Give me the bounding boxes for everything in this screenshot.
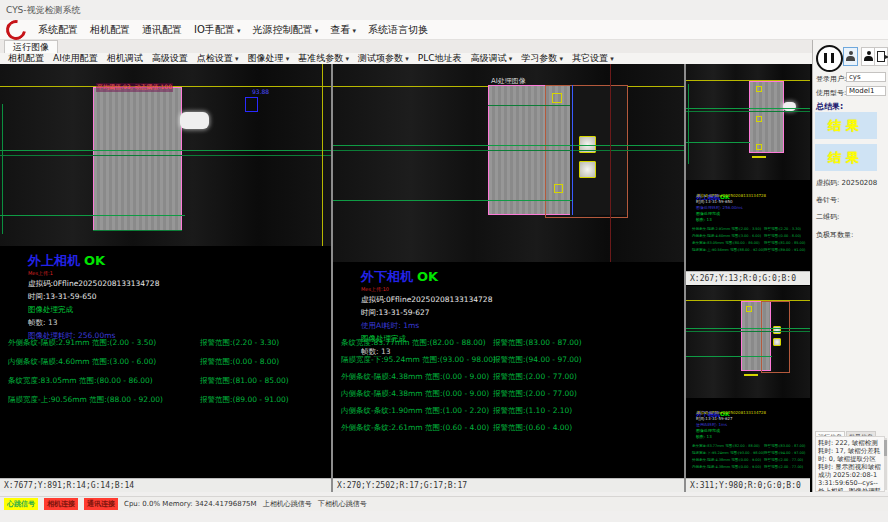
right-result-title: 外下相机OK Mes上传:10 xyxy=(361,266,438,292)
green-measure-line xyxy=(686,328,810,329)
blue-measure-value: 93.88 xyxy=(252,88,269,95)
green-measure-line xyxy=(333,150,684,151)
green-measure-line xyxy=(93,230,182,231)
green-measure-line xyxy=(686,108,810,109)
left-camera-image[interactable]: 93.88 平均阈值:93, 动态阈值:100 xyxy=(0,64,331,246)
menu-camera-config[interactable]: 相机配置 xyxy=(90,23,130,37)
menu-language-switch[interactable]: 系统语言切换 xyxy=(368,23,428,37)
log-scrollbar[interactable] xyxy=(884,438,887,490)
process-done-line: 图像处理完成 xyxy=(696,211,720,216)
measure-row-alarm: 报警范围:(0.60 - 4.00) xyxy=(493,423,572,433)
measure-row-text: 隔膜宽度-上:90.56mm 范围:(88.00 - 92.00) xyxy=(8,395,163,405)
cell-region xyxy=(749,81,784,153)
time-line: 时间:13-31-59-627 xyxy=(696,416,733,421)
run-log-text: 耗时: 222, 皱褶检测耗时: 17, 皱褶分差耗时: 0, 皱褶提取分区耗时… xyxy=(815,436,885,492)
green-guide-vline xyxy=(688,84,689,164)
measure-row-alarm: 报警范围:(2.20 - 3.30) xyxy=(764,227,801,231)
measure-row-alarm: 报警范围:(2.00 - 77.00) xyxy=(493,372,577,382)
thumb-top-image[interactable] xyxy=(686,64,810,180)
comm-connect-badge: 通讯连接 xyxy=(84,498,118,510)
yellow-marker-box xyxy=(756,144,762,150)
menu-system-config[interactable]: 系统配置 xyxy=(38,23,78,37)
thumb-bottom-coord-readout: X:311;Y:980;R:0;G:0;B:0 xyxy=(686,478,810,492)
total-result-label: 总结果: xyxy=(816,101,843,112)
maroon-guide-vline xyxy=(610,64,611,262)
main-view-area: 93.88 平均阈值:93, 动态阈值:100 外上相机OK Mes上传:1 虚… xyxy=(0,64,812,492)
yellow-marker-box xyxy=(756,116,762,122)
exit-door-icon xyxy=(877,51,885,62)
measure-row-text: 隔膜宽度-下:95.24mm 范围:(93.00 - 98.00) xyxy=(692,451,764,455)
measure-row-alarm: 报警范围:(2.00 - 77.00) xyxy=(493,389,577,399)
green-measure-line xyxy=(488,105,570,106)
upper-camera-heartbeat: 上相机心跳信号 xyxy=(263,499,312,509)
tab-connector-blob xyxy=(783,102,796,111)
login-user-field[interactable] xyxy=(846,72,886,82)
virtual-code-value: 20250208 xyxy=(842,179,878,187)
person-dark-icon xyxy=(864,51,873,61)
measure-row-text: 条纹宽度:83.77mm 范围:(82.00 - 88.00) xyxy=(341,338,486,348)
barcode-line: 虚拟码:0Ffline20250208133134728 xyxy=(361,295,492,305)
measure-row-alarm: 报警范围:(2.00 - 77.00) xyxy=(764,458,803,462)
menu-view[interactable]: 查看 xyxy=(330,23,356,37)
barcode-line: 虚拟码:0Ffline20250208133134728 xyxy=(696,410,766,415)
green-measure-line xyxy=(686,356,772,357)
camera-name: 外下相机 xyxy=(361,269,413,284)
measure-row-alarm: 报警范围:(2.20 - 3.30) xyxy=(200,338,279,348)
measure-row-text: 内侧条纹-条纹:1.90mm 范围:(1.00 - 2.20) xyxy=(341,406,489,416)
measure-row-alarm: 报警范围:(89.00 - 91.00) xyxy=(764,248,805,252)
qr-code-label: 二维码: xyxy=(816,212,839,222)
app-window: CYS-视觉检测系统 系统配置 相机配置 通讯配置 IO手配置 光源控制配置 查… xyxy=(0,0,888,522)
user-switch-button[interactable] xyxy=(843,47,858,66)
right-camera-image[interactable]: AI处理图像 xyxy=(333,64,684,262)
yellow-marker-box xyxy=(552,93,562,103)
time-line: 时间:13-31-59-650 xyxy=(696,199,733,204)
left-result-title: 外上相机OK Mes上传:1 xyxy=(28,250,105,276)
menu-light-config[interactable]: 光源控制配置 xyxy=(253,23,319,37)
thumb-bottom-image[interactable] xyxy=(686,286,810,398)
yellow-marker-box xyxy=(756,86,762,92)
thumbnail-column: 外上相机OK 虚拟码:0Ffline20250208133134728 时间:1… xyxy=(686,64,810,492)
barcode-line: 虚拟码:0Ffline20250208133134728 xyxy=(696,193,766,198)
measure-row-alarm: 报警范围:(89.00 - 91.00) xyxy=(200,395,289,405)
menu-io-config[interactable]: IO手配置 xyxy=(194,23,241,37)
model-field[interactable] xyxy=(846,86,886,96)
pause-button[interactable] xyxy=(816,45,843,72)
toolbar: 相机配置 AI使用配置 相机调试 高级设置 点检设置 图像处理 基准线参数 测试… xyxy=(0,53,812,64)
measure-row-alarm: 报警范围:(94.00 - 97.00) xyxy=(764,451,805,455)
measure-row-alarm: 报警范围:(83.00 - 87.00) xyxy=(493,338,582,348)
pin-number-label: 卷针号: xyxy=(816,195,839,205)
ai-time-line: 使用AI耗时: 1ms xyxy=(696,422,727,427)
measure-row-alarm: 报警范围:(81.00 - 85.00) xyxy=(764,241,805,245)
ai-detect-box xyxy=(761,301,790,373)
process-done-line: 图像处理完成 xyxy=(696,428,720,433)
green-measure-line xyxy=(333,145,684,146)
right-coord-readout: X:270;Y:2502;R:17;G:17;B:17 xyxy=(333,478,684,492)
camera-name: 外上相机 xyxy=(28,253,80,268)
heartbeat-badge: 心跳信号 xyxy=(4,498,38,510)
thumb-bottom-view[interactable]: 外下相机OK 虚拟码:0Ffline20250208133134728 时间:1… xyxy=(686,286,810,492)
yellow-edge-vline xyxy=(322,64,323,246)
thumb-top-coord-readout: X:267;Y:13;R:0;G:0;B:0 xyxy=(686,271,810,285)
yellow-marker-box xyxy=(746,306,752,312)
frames-line: 帧数: 13 xyxy=(696,434,712,439)
neg-tab-count-label: 负极耳数量: xyxy=(816,230,853,240)
result-box-2: 结果 xyxy=(815,144,877,171)
result-ok: OK xyxy=(417,269,438,284)
menu-comm-config[interactable]: 通讯配置 xyxy=(142,23,182,37)
lower-camera-heartbeat: 下相机心跳信号 xyxy=(318,499,367,509)
thumb-top-view[interactable]: 外上相机OK 虚拟码:0Ffline20250208133134728 时间:1… xyxy=(686,64,810,285)
right-camera-panel: AI处理图像 外下相机OK Mes上传:10 虚拟码:0Ffli xyxy=(333,64,684,492)
person-icon xyxy=(846,51,855,61)
logout-button[interactable] xyxy=(874,47,888,66)
electrode-tab-highlight xyxy=(579,161,596,178)
virtual-code-row: 虚拟码: 20250208 xyxy=(816,178,877,188)
measure-row-alarm: 报警范围:(2.00 - 77.00) xyxy=(764,465,803,469)
measure-row-text: 条纹宽度:83.05mm 范围:(80.00 - 86.00) xyxy=(692,241,760,245)
green-measure-line xyxy=(333,200,573,201)
status-bar: 心跳信号 相机连接 通讯连接 Cpu: 0.0% Memory: 3424.41… xyxy=(0,496,888,511)
frames-line: 帧数: 13 xyxy=(28,318,57,328)
measure-row-text: 内侧条纹-隔膜:4.60mm 范围:(3.00 - 6.00) xyxy=(692,234,761,238)
yellow-micro-label xyxy=(744,374,758,376)
measure-row-text: 外侧条纹-隔膜:4.38mm 范围:(0.00 - 9.00) xyxy=(692,458,761,462)
camera-connect-badge: 相机连接 xyxy=(44,498,78,510)
